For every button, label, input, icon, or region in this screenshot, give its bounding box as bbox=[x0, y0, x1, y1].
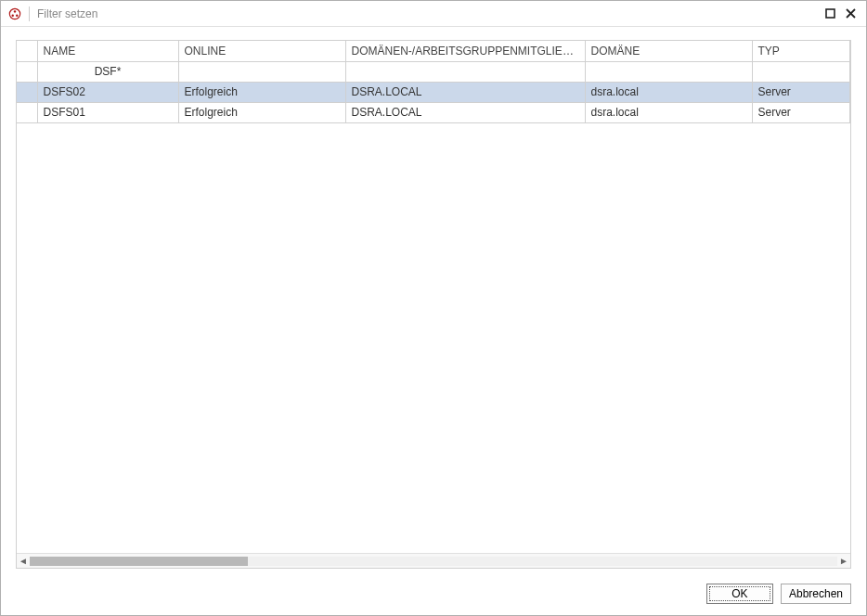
col-header-type[interactable]: TYP bbox=[752, 41, 850, 61]
window-title: Filter setzen bbox=[37, 7, 97, 20]
row-handle[interactable] bbox=[17, 82, 37, 102]
cell-membership: DSRA.LOCAL bbox=[345, 102, 585, 122]
row-handle[interactable] bbox=[17, 102, 37, 122]
grid-table: NAME ONLINE DOMÄNEN-/ARBEITSGRUPPENMITGL… bbox=[17, 41, 850, 123]
scroll-left-arrow-icon[interactable]: ◄ bbox=[17, 555, 30, 568]
scroll-track[interactable] bbox=[30, 557, 837, 566]
col-header-domain[interactable]: DOMÄNE bbox=[585, 41, 752, 61]
footer: OK Abbrechen bbox=[1, 572, 866, 615]
ok-button[interactable]: OK bbox=[706, 584, 773, 604]
col-header-membership[interactable]: DOMÄNEN-/ARBEITSGRUPPENMITGLIEDSCH... bbox=[345, 41, 585, 61]
filter-handle bbox=[17, 61, 37, 82]
svg-rect-4 bbox=[826, 9, 835, 18]
svg-point-1 bbox=[14, 10, 16, 12]
titlebar: Filter setzen bbox=[1, 1, 866, 27]
horizontal-scrollbar[interactable]: ◄ ► bbox=[17, 553, 850, 568]
svg-point-0 bbox=[9, 8, 19, 19]
table-row[interactable]: DSFS02 Erfolgreich DSRA.LOCAL dsra.local… bbox=[17, 82, 850, 102]
col-header-name[interactable]: NAME bbox=[37, 41, 178, 61]
cell-type: Server bbox=[752, 82, 850, 102]
grid-empty-area bbox=[17, 123, 850, 554]
cancel-button[interactable]: Abbrechen bbox=[781, 584, 851, 604]
filter-membership-input[interactable] bbox=[345, 61, 585, 82]
filter-type-input[interactable] bbox=[752, 61, 850, 82]
col-header-online[interactable]: ONLINE bbox=[178, 41, 345, 61]
scroll-right-arrow-icon[interactable]: ► bbox=[837, 555, 850, 568]
cell-name: DSFS02 bbox=[37, 82, 178, 102]
app-icon bbox=[8, 7, 21, 20]
cell-online: Erfolgreich bbox=[178, 102, 345, 122]
maximize-button[interactable] bbox=[820, 6, 840, 22]
cell-domain: dsra.local bbox=[585, 102, 752, 122]
cell-domain: dsra.local bbox=[585, 82, 752, 102]
cell-name: DSFS01 bbox=[37, 102, 178, 122]
titlebar-divider bbox=[29, 6, 30, 21]
row-selector-header[interactable] bbox=[17, 41, 37, 61]
header-row: NAME ONLINE DOMÄNEN-/ARBEITSGRUPPENMITGL… bbox=[17, 41, 850, 61]
close-button[interactable] bbox=[840, 6, 861, 22]
cell-type: Server bbox=[752, 102, 850, 122]
filter-domain-input[interactable] bbox=[585, 61, 752, 82]
cell-online: Erfolgreich bbox=[178, 82, 345, 102]
content-area: NAME ONLINE DOMÄNEN-/ARBEITSGRUPPENMITGL… bbox=[1, 27, 866, 572]
cell-membership: DSRA.LOCAL bbox=[345, 82, 585, 102]
data-grid: NAME ONLINE DOMÄNEN-/ARBEITSGRUPPENMITGL… bbox=[16, 40, 851, 569]
table-row[interactable]: DSFS01 Erfolgreich DSRA.LOCAL dsra.local… bbox=[17, 102, 850, 122]
svg-point-2 bbox=[12, 14, 14, 16]
filter-online-input[interactable] bbox=[178, 61, 345, 82]
filter-row: DSF* bbox=[17, 61, 850, 82]
scroll-thumb[interactable] bbox=[30, 557, 248, 566]
svg-point-3 bbox=[16, 14, 18, 16]
filter-name-input[interactable]: DSF* bbox=[37, 61, 178, 82]
grid-body-rows: DSFS02 Erfolgreich DSRA.LOCAL dsra.local… bbox=[17, 82, 850, 122]
